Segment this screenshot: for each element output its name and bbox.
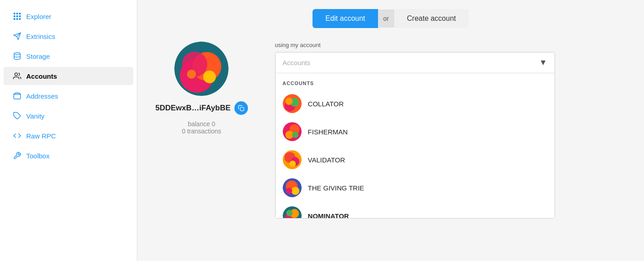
avatar [174,42,229,96]
send-icon [13,32,22,41]
list-item[interactable]: THE GIVING TRIE [275,174,555,202]
avatar [283,94,302,113]
svg-rect-7 [16,18,18,20]
sidebar-item-toolbox[interactable]: Toolbox [4,147,133,165]
sidebar-item-addresses[interactable]: Addresses [4,87,133,105]
svg-point-29 [292,132,299,138]
svg-rect-8 [19,18,21,20]
dropdown-section: using my account Accounts ▼ ACCOUNTS [275,42,555,218]
svg-point-12 [15,73,18,76]
avatar [283,206,302,218]
dropdown-group-label: ACCOUNTS [275,73,555,90]
database-icon [13,52,22,61]
sidebar-item-label: Extrinsics [26,33,55,40]
svg-point-33 [289,161,296,167]
copy-address-button[interactable] [234,101,248,115]
account-name: THE GIVING TRIE [308,184,364,192]
list-item[interactable]: FISHERMAN [275,118,555,146]
account-name: FISHERMAN [308,128,348,136]
top-buttons: Edit account or Create account [155,9,626,28]
account-name: COLLATOR [308,100,344,108]
using-label: using my account [275,42,555,48]
sidebar-item-storage[interactable]: Storage [4,47,133,65]
sidebar-item-label: Vanity [26,112,45,120]
sidebar-item-label: Raw RPC [26,132,56,140]
sidebar: Explorer Extrinsics Storage Accounts [0,0,137,261]
svg-rect-21 [240,107,244,111]
svg-point-19 [203,71,216,83]
sidebar-item-explorer[interactable]: Explorer [4,7,133,25]
avatar [283,178,302,197]
create-account-button[interactable]: Create account [394,9,469,28]
code-icon [13,131,22,140]
account-section: 5DDEwxB…iFAybBE balance 0 0 transactions… [155,42,626,218]
account-info: 5DDEwxB…iFAybBE balance 0 0 transactions [155,42,248,135]
svg-point-41 [286,210,293,216]
sidebar-item-label: Accounts [26,72,57,80]
account-address: 5DDEwxB…iFAybBE [155,104,231,113]
tag-icon [13,111,22,120]
dropdown-placeholder: Accounts [283,59,311,66]
svg-rect-4 [16,15,18,17]
edit-account-button[interactable]: Edit account [313,9,378,28]
svg-rect-6 [14,18,15,20]
svg-rect-1 [16,13,18,14]
list-item[interactable]: VALIDATOR [275,146,555,174]
account-name: NOMINATOR [308,212,349,218]
avatar [283,150,302,169]
svg-rect-13 [14,94,21,99]
sidebar-item-label: Addresses [26,92,58,100]
wrench-icon [13,151,22,160]
sidebar-item-label: Storage [26,52,50,60]
account-name: VALIDATOR [308,156,345,164]
dropdown-list: ACCOUNTS COLLATOR [275,73,555,218]
svg-rect-3 [14,15,15,17]
sidebar-item-label: Toolbox [26,152,50,160]
avatar [283,122,302,141]
list-item[interactable]: NOMINATOR [275,202,555,218]
dropdown-header[interactable]: Accounts ▼ [275,52,555,73]
account-address-row: 5DDEwxB…iFAybBE [155,101,248,115]
sidebar-item-label: Explorer [26,13,51,20]
sidebar-item-extrinsics[interactable]: Extrinsics [4,27,133,45]
account-balance: balance 0 0 transactions [182,120,221,135]
svg-rect-5 [19,15,21,17]
svg-rect-2 [19,13,21,14]
address-icon [13,91,22,100]
list-item[interactable]: COLLATOR [275,90,555,118]
svg-point-36 [291,187,299,195]
svg-point-25 [285,98,293,105]
svg-point-20 [187,70,196,79]
main-content: Edit account or Create account 5DDEwxB…i… [137,0,644,261]
accounts-dropdown[interactable]: Accounts ▼ ACCOUNTS [275,52,555,218]
svg-point-11 [14,53,20,55]
sidebar-item-vanity[interactable]: Vanity [4,107,133,125]
people-icon [13,71,22,81]
sidebar-item-rawrpc[interactable]: Raw RPC [4,127,133,145]
grid-icon [13,12,22,21]
chevron-down-icon: ▼ [539,58,547,67]
or-separator: or [378,9,394,28]
svg-point-37 [286,188,292,194]
sidebar-item-accounts[interactable]: Accounts [4,67,133,85]
svg-rect-0 [14,13,15,14]
